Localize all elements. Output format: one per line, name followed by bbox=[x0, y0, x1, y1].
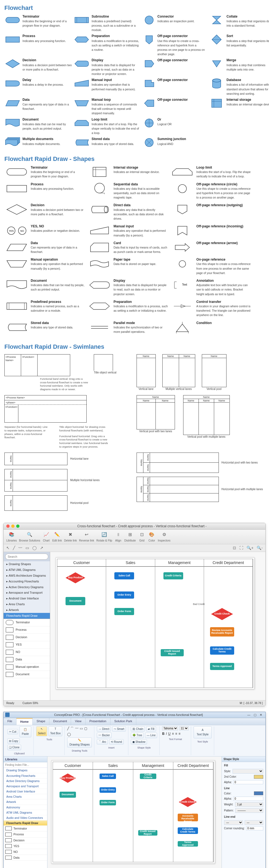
win-category-item[interactable]: Aerospace and Transport bbox=[4, 784, 47, 789]
win-max-icon[interactable]: ▢ bbox=[252, 713, 258, 717]
chain-button[interactable]: ⛓ Chain bbox=[131, 726, 145, 732]
win-shape-item[interactable]: Data bbox=[4, 855, 47, 861]
node-review-accounts[interactable]: Review Accounts Receivable Report bbox=[210, 627, 234, 637]
win-node-issued[interactable]: Credit Issued Report bbox=[138, 830, 158, 836]
tab-shape[interactable]: Shape bbox=[33, 718, 49, 725]
toolbar-align[interactable]: ⫴Align bbox=[114, 531, 122, 542]
library-category-list[interactable]: ▸ Drawing Shapes▸ ATM UML Diagrams▸ AWS … bbox=[4, 561, 50, 619]
win-lane-header[interactable]: Sales bbox=[93, 762, 133, 769]
win-category-item[interactable]: Audio and Video Connectors bbox=[4, 815, 47, 820]
mac-canvas[interactable]: CustomerSalesManagementCredit Department… bbox=[50, 552, 265, 700]
line-end-right[interactable]: — bbox=[245, 820, 264, 825]
node-terms-approved[interactable]: Terms Approved bbox=[210, 663, 234, 670]
node-calculate-credit[interactable]: Calculate Credit Terms bbox=[210, 646, 234, 655]
shape-item[interactable]: NO bbox=[4, 649, 50, 656]
win-category-item[interactable]: Accounting Flowcharts bbox=[4, 773, 47, 778]
win-node-terms[interactable]: Terms Approved bbox=[178, 841, 198, 846]
win-category-item[interactable]: Active Directory Diagrams bbox=[4, 778, 47, 784]
category-item[interactable]: ▸ Aerospace and Transport bbox=[4, 590, 50, 596]
direct-button[interactable]: → Direct bbox=[97, 726, 111, 732]
win-node-calc[interactable]: Calculate Credit Terms bbox=[178, 827, 198, 834]
arc-icon[interactable]: ⌒ bbox=[70, 726, 74, 731]
win-category-item[interactable]: Area Charts bbox=[4, 794, 47, 799]
tab-file[interactable]: File bbox=[4, 718, 16, 725]
bold-button[interactable]: B bbox=[162, 732, 165, 736]
close-icon[interactable] bbox=[6, 525, 10, 528]
toolbar-delete-link[interactable]: ✖Delete link bbox=[64, 531, 77, 542]
toolbar-browse-solutions[interactable]: 🔍Browse Solutions bbox=[19, 531, 40, 542]
underline-button[interactable]: U bbox=[168, 732, 171, 736]
win-lane-header[interactable]: Credit Department bbox=[173, 762, 213, 769]
category-item[interactable]: ▸ Drawing Shapes bbox=[4, 561, 50, 567]
text-style-button[interactable]: AText Style bbox=[194, 726, 211, 738]
tab-presentation[interactable]: Presentation bbox=[86, 718, 110, 725]
second-color-swatch[interactable] bbox=[254, 775, 263, 779]
win-category-item[interactable]: Android User Interface bbox=[4, 789, 47, 794]
win-node-criteria[interactable]: Credit Criteria bbox=[140, 774, 156, 779]
node-credit-issued[interactable]: Credit Issued Report bbox=[161, 649, 184, 656]
shape-item[interactable]: Document bbox=[4, 671, 50, 678]
shape-item[interactable]: Manual operation bbox=[4, 663, 50, 671]
minimize-icon[interactable] bbox=[11, 525, 14, 528]
win-category-item[interactable]: Artwork bbox=[4, 799, 47, 805]
zoom-out-icon[interactable]: 🔍- bbox=[257, 545, 263, 551]
category-item[interactable]: ▸ Accounting Flowcharts bbox=[4, 579, 50, 584]
tab-view[interactable]: View bbox=[71, 718, 86, 725]
win-shape-item[interactable]: Process bbox=[4, 832, 47, 837]
win-canvas[interactable]: CustomerSalesManagementCredit Department… bbox=[47, 756, 222, 868]
category-item[interactable]: ▸ AWS Architecture Diagrams bbox=[4, 573, 50, 579]
rrect-icon[interactable]: ▢ bbox=[84, 726, 87, 731]
win-node-check[interactable]: Credit Check bbox=[179, 797, 197, 807]
node-credit-criteria[interactable]: Credit Criteria bbox=[163, 572, 183, 580]
zoom-fit-icon[interactable]: ⛶ bbox=[239, 545, 243, 551]
win-shape-item[interactable]: YES bbox=[4, 843, 47, 849]
drawing-shapes-button[interactable]: ✏️Drawing Shapes bbox=[67, 738, 92, 747]
category-selected[interactable]: Flowcharts Rapid Draw bbox=[4, 613, 50, 619]
win-shape-item[interactable]: Decision bbox=[4, 838, 47, 843]
line-alpha-input[interactable] bbox=[233, 797, 263, 801]
win-node-sales[interactable]: Sales Call bbox=[100, 774, 116, 779]
smart-button[interactable]: ⤳ Smart bbox=[112, 726, 126, 732]
zoom-in-icon[interactable]: 🔍+ bbox=[246, 545, 254, 551]
win-min-icon[interactable]: — bbox=[246, 713, 252, 717]
win-category-selected[interactable]: Flowcharts Rapid Draw bbox=[4, 820, 47, 826]
node-document[interactable]: Document bbox=[66, 597, 85, 605]
clone-button[interactable]: ❏ Clone bbox=[7, 745, 21, 750]
shape-item[interactable]: Decision bbox=[4, 634, 50, 641]
rect-icon[interactable]: ▭ bbox=[80, 726, 83, 731]
shape-item[interactable]: Process bbox=[4, 626, 50, 634]
line-end-left[interactable]: — bbox=[224, 820, 243, 825]
node-buy-product[interactable]: Buy Product bbox=[66, 572, 85, 583]
select-button[interactable]: ↖Select bbox=[36, 726, 47, 736]
win-shape-item[interactable]: Terminator bbox=[4, 826, 47, 832]
shape-item[interactable]: Data bbox=[4, 656, 50, 663]
fill-button[interactable]: ▰ Fill bbox=[146, 726, 156, 732]
status-zoom[interactable]: Custom 59% bbox=[23, 701, 38, 705]
node-sales-call[interactable]: Sales Call bbox=[114, 572, 134, 580]
align-right-button[interactable]: ≡ bbox=[178, 732, 180, 736]
node-credit-check[interactable]: Credit Check bbox=[211, 608, 233, 620]
win-close-icon[interactable]: ✕ bbox=[258, 713, 264, 717]
ellipse-tool-icon[interactable]: ◯ bbox=[32, 545, 37, 551]
category-item[interactable]: ▸ ATM UML Diagrams bbox=[4, 567, 50, 573]
curve-tool-icon[interactable]: 〰 bbox=[19, 545, 22, 551]
round-button[interactable]: ⟲ Round bbox=[109, 739, 124, 745]
lane-header[interactable]: Credit Department bbox=[204, 559, 253, 566]
lane-header[interactable]: Customer bbox=[57, 559, 106, 566]
zoom-100-icon[interactable]: ⊡ bbox=[233, 545, 236, 551]
zoom-icon[interactable] bbox=[16, 525, 20, 528]
category-item[interactable]: ▸ Active Directory Diagrams bbox=[4, 584, 50, 590]
ribbon-tabs[interactable]: FileHomeShapeDocumentViewPresentationSol… bbox=[4, 718, 265, 725]
rect-tool-icon[interactable]: ▭ bbox=[26, 545, 29, 551]
ellipse-icon[interactable]: ◯ bbox=[67, 732, 71, 737]
copy-button[interactable]: ⧉ Copy bbox=[7, 738, 20, 744]
alpha-input[interactable] bbox=[233, 780, 263, 784]
textbox-button[interactable]: TText Box bbox=[48, 726, 62, 736]
win-node-doc[interactable]: Document bbox=[60, 792, 76, 798]
align-left-button[interactable]: ≡ bbox=[172, 732, 174, 736]
win-shape-list[interactable]: TerminatorProcessDecisionYESNOData bbox=[4, 826, 47, 868]
fill-style-select[interactable] bbox=[233, 769, 263, 774]
search-input[interactable] bbox=[5, 554, 48, 560]
corner-input[interactable] bbox=[246, 826, 263, 830]
category-item[interactable]: ▸ Android User Interface bbox=[4, 596, 50, 601]
